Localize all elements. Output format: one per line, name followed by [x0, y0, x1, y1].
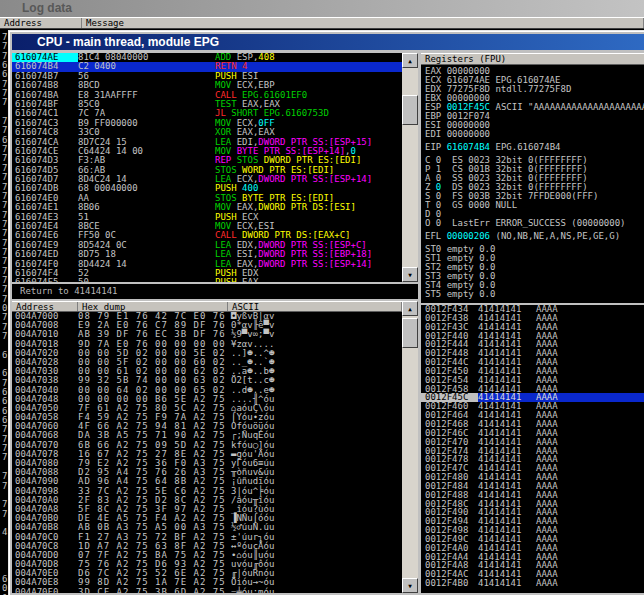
- disasm-row[interactable]: 616074F550PUSH EAX: [12, 278, 402, 282]
- register-part: EBP 0012F074: [425, 112, 490, 121]
- register-line[interactable]: ST4 empty 0.0: [425, 281, 644, 290]
- stack-row[interactable]: 0012F4B041414141AAAA: [421, 579, 644, 588]
- scroll-up-icon[interactable]: ▲: [402, 53, 418, 68]
- register-part: EDI 00000000: [425, 130, 490, 139]
- scroll-down-icon[interactable]: ▼: [402, 578, 418, 593]
- disasm-row[interactable]: 616074D78D4C24 14LEA ECX,DWORD PTR SS:[E…: [12, 175, 402, 184]
- dump-row[interactable]: 004A70F03D CF A2 75 3B 6D A2 75=╧óu;móu: [12, 588, 402, 593]
- register-line[interactable]: EBP 0012F074: [425, 112, 644, 121]
- register-line[interactable]: C 0 ES 0023 32bit 0(FFFFFFFF): [425, 156, 644, 165]
- register-line[interactable]: EAX 00000000: [425, 67, 644, 76]
- register-part: ECX 616074AE EPG.616074AE: [425, 76, 560, 85]
- dump-scrollbar-thumb[interactable]: [402, 318, 418, 348]
- disasm-row[interactable]: 616074F452PUSH EDX: [12, 269, 402, 278]
- register-line[interactable]: ST0 empty 0.0: [425, 245, 644, 254]
- register-line[interactable]: Z 0 DS 0023 32bit 0(FFFFFFFF): [425, 183, 644, 192]
- register-part: 0012F45C: [447, 103, 490, 112]
- register-line[interactable]: ST5 empty 0.0: [425, 290, 644, 299]
- stack-pane[interactable]: 0012F43441414141AAAA0012F43841414141AAAA…: [421, 305, 644, 593]
- register-part: A 0 SS 0023 32bit 0(FFFFFFFF): [425, 174, 588, 183]
- log-column-message[interactable]: Message: [82, 18, 644, 28]
- disasm-bytes: 8D4424 14: [78, 260, 215, 269]
- disasm-row[interactable]: 616074AE81C4 08040000ADD ESP,408: [12, 53, 402, 62]
- register-part: ST1 empty 0.0: [425, 254, 495, 263]
- disasm-row[interactable]: 616074B88BCDMOV ECX,EBP: [12, 81, 402, 90]
- cpu-window-titlebar[interactable]: CPU - main thread, module EPG: [12, 34, 644, 50]
- hex-dump-pane[interactable]: 004A700008 79 E1 76 42 7C E0 76◘yßvB|αv0…: [12, 312, 402, 593]
- register-part: EDX 77275F8D ntdll.77275F8D: [425, 85, 571, 94]
- disasm-row[interactable]: 616074E18B06MOV EAX,DWORD PTR DS:[ESI]: [12, 203, 402, 212]
- disasm-instruction: PUSH EAX: [215, 278, 402, 282]
- register-part: S 0 FS 003B 32bit 7FFDE000(FFF): [425, 192, 598, 201]
- registers-header: Registers (FPU): [421, 53, 644, 65]
- register-part: ST4 empty 0.0: [425, 281, 495, 290]
- disasm-row[interactable]: 616074D3F3:ABREP STOS DWORD PTR ES:[EDI]: [12, 156, 402, 165]
- register-line[interactable]: A 0 SS 0023 32bit 0(FFFFFFFF): [425, 174, 644, 183]
- disasm-bytes: 50: [78, 278, 215, 282]
- register-line[interactable]: EDI 00000000: [425, 130, 644, 139]
- disasm-row[interactable]: 616074E351PUSH ECX: [12, 213, 402, 222]
- register-part: ASCII "AAAAAAAAAAAAAAAAAAAAAAAAAAAAAAAA: [490, 103, 644, 112]
- log-column-header: Address Message: [0, 17, 644, 29]
- register-part: EBX 00000000: [425, 94, 490, 103]
- register-line[interactable]: ST2 empty 0.0: [425, 263, 644, 272]
- instr-part: 408: [258, 53, 274, 62]
- scroll-down-icon[interactable]: ▼: [402, 267, 418, 282]
- register-part: P 1 CS 001B 32bit 0(FFFFFFFF): [425, 165, 588, 174]
- scroll-up-icon[interactable]: ▲: [402, 301, 418, 316]
- register-line[interactable]: ESI 00000000: [425, 121, 644, 130]
- cpu-window-content: 616074AE81C4 08040000ADD ESP,408616074B4…: [12, 50, 644, 595]
- stack-rows: 0012F43441414141AAAA0012F43841414141AAAA…: [421, 305, 644, 588]
- disasm-row[interactable]: 616074C3B9 FF000000MOV ECX,0FF: [12, 119, 402, 128]
- dump-scrollbar[interactable]: ▲ ▼: [402, 301, 418, 593]
- register-part: EIP: [425, 143, 447, 152]
- disasm-row[interactable]: 616074DB68 00040000PUSH 400: [12, 184, 402, 193]
- register-part: 616074B4: [447, 143, 490, 152]
- stack-ascii: AAAA: [536, 579, 644, 588]
- disasm-scrollbar-thumb[interactable]: [402, 95, 418, 125]
- disassembly-pane[interactable]: 616074AE81C4 08040000ADD ESP,408616074B4…: [12, 53, 402, 282]
- disasm-bytes: C2 0400: [78, 62, 215, 71]
- instr-part: DWORD PTR SS:[ESP+14]: [258, 259, 372, 269]
- register-line[interactable]: S 0 FS 003B 32bit 7FFDE000(FFF): [425, 192, 644, 201]
- register-part: Z: [425, 183, 436, 192]
- dump-address: 004A70F0: [12, 588, 78, 593]
- dump-column-header: Address Hex dump ASCII: [12, 301, 402, 312]
- register-part: EFL: [425, 232, 447, 241]
- log-left-strip: 77766777 776777777777777777770777 6 6766…: [2, 33, 7, 595]
- cpu-window[interactable]: CPU - main thread, module EPG 616074AE81…: [8, 30, 644, 595]
- instr-part: PUSH: [215, 277, 237, 282]
- disasm-scrollbar[interactable]: ▲ ▼: [402, 53, 418, 282]
- register-line[interactable]: P 1 CS 001B 32bit 0(FFFFFFFF): [425, 165, 644, 174]
- register-part: 00000206: [447, 232, 490, 241]
- dump-column-ascii[interactable]: ASCII: [228, 302, 402, 311]
- register-line[interactable]: ECX 616074AE EPG.616074AE: [425, 76, 644, 85]
- return-info-text: Return to 41414141: [20, 286, 118, 296]
- log-window-titlebar[interactable]: Log data: [0, 0, 644, 17]
- registers-pane[interactable]: Registers (FPU) EAX 00000000ECX 616074AE…: [421, 53, 644, 303]
- disasm-row[interactable]: 616074B756PUSH ESI: [12, 72, 402, 81]
- cpu-window-title: CPU - main thread, module EPG: [37, 35, 219, 49]
- dump-column-address[interactable]: Address: [12, 302, 78, 311]
- register-line[interactable]: ST1 empty 0.0: [425, 254, 644, 263]
- register-line[interactable]: EFL 00000206 (NO,NB,NE,A,NS,PE,GE,G): [425, 232, 644, 241]
- register-line[interactable]: D 0: [425, 210, 644, 219]
- register-part: ESP: [425, 103, 447, 112]
- disasm-address: 616074F5: [12, 278, 78, 282]
- register-line[interactable]: EIP 616074B4 EPG.616074B4: [425, 143, 644, 152]
- register-line[interactable]: ESP 0012F45C ASCII "AAAAAAAAAAAAAAAAAAAA…: [425, 103, 644, 112]
- disasm-row[interactable]: 616074B4C2 0400RETN 4: [12, 62, 402, 71]
- disasm-row[interactable]: 616074C17C 7AJL SHORT EPG.6160753D: [12, 109, 402, 118]
- dump-column-hex[interactable]: Hex dump: [78, 302, 228, 311]
- disasm-row[interactable]: 616074BF85C0TEST EAX,EAX: [12, 100, 402, 109]
- register-line[interactable]: T 0 GS 0000 NULL: [425, 201, 644, 210]
- disasm-row[interactable]: 616074BAE8 31AAFFFFCALL EPG.61601EF0: [12, 91, 402, 100]
- dump-bytes: 3D CF A2 75 3B 6D A2 75: [78, 588, 228, 593]
- register-line[interactable]: EDX 77275F8D ntdll.77275F8D: [425, 85, 644, 94]
- register-line[interactable]: EBX 00000000: [425, 94, 644, 103]
- register-line[interactable]: ST3 empty 0.0: [425, 272, 644, 281]
- instr-part: DWORD PTR SS:[ESP+14]: [258, 174, 372, 184]
- disasm-row[interactable]: 616074F08D4424 14LEA EAX,DWORD PTR SS:[E…: [12, 260, 402, 269]
- log-column-address[interactable]: Address: [0, 18, 82, 28]
- register-line[interactable]: O 0 LastErr ERROR_SUCCESS (00000000): [425, 219, 644, 228]
